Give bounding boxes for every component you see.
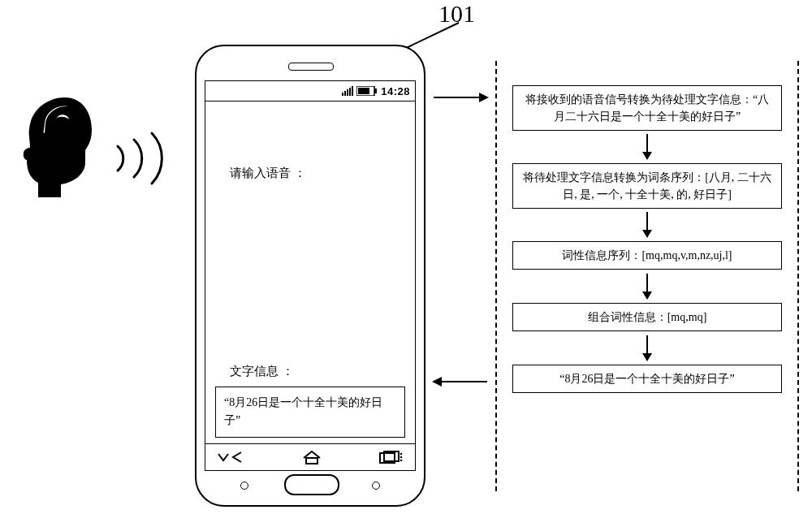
diagram-canvas: 101	[0, 0, 812, 527]
svg-rect-8	[358, 88, 369, 94]
status-clock: 14:28	[381, 85, 410, 97]
text-info-label: 文字信息 ：	[230, 364, 294, 379]
user-head-silhouette	[20, 93, 102, 199]
flow-arrow-2	[639, 212, 655, 238]
phone-dot-left	[240, 482, 248, 490]
flow-step-2-text: 将待处理文字信息转换为词条序列：[八月, 二十六日, 是, 一个, 十全十美, …	[523, 171, 771, 201]
flow-step-4: 组合词性信息：[mq,mq]	[512, 303, 782, 331]
arrow-flow-to-phone	[432, 374, 489, 390]
svg-marker-19	[432, 377, 442, 387]
phone-home-button[interactable]	[284, 474, 339, 495]
flow-arrow-1	[639, 134, 655, 160]
phone-frame: 14:28 请输入语音 ： 文字信息 ： “8月26日是一个十全十美的好日子”	[195, 45, 425, 507]
svg-rect-3	[344, 91, 346, 96]
nav-recent-button[interactable]	[379, 451, 404, 464]
sound-wave-icon	[110, 130, 183, 187]
svg-marker-21	[642, 152, 652, 160]
svg-point-13	[400, 453, 403, 456]
svg-point-0	[61, 117, 66, 123]
flow-step-5: “8月26日是一个十全十美的好日子”	[512, 365, 782, 393]
text-result-content: “8月26日是一个十全十美的好日子”	[224, 396, 382, 426]
flow-chart: 将接收到的语音信号转换为待处理文字信息：“八月二十六日是一个十全十美的好日子” …	[495, 61, 799, 491]
svg-rect-6	[352, 86, 353, 96]
phone-speaker	[288, 63, 334, 71]
text-result-box: “8月26日是一个十全十美的好日子”	[215, 387, 405, 438]
signal-icon	[342, 86, 353, 96]
svg-rect-5	[349, 88, 351, 96]
svg-rect-9	[374, 89, 377, 93]
screen-body: 请输入语音 ： 文字信息 ： “8月26日是一个十全十美的好日子”	[205, 101, 415, 444]
svg-rect-10	[306, 458, 317, 464]
svg-point-15	[400, 460, 403, 462]
svg-marker-23	[642, 230, 652, 238]
flow-arrow-4	[639, 335, 655, 361]
svg-rect-2	[342, 93, 343, 96]
battery-icon	[356, 86, 378, 96]
flow-step-1-text: 将接收到的语音信号转换为待处理文字信息：“八月二十六日是一个十全十美的好日子”	[525, 93, 769, 123]
flow-arrow-3	[639, 274, 655, 300]
phone-screen: 14:28 请输入语音 ： 文字信息 ： “8月26日是一个十全十美的好日子”	[205, 80, 416, 471]
flow-step-3: 词性信息序列：[mq,mq,v,m,nz,uj,l]	[512, 241, 782, 270]
flow-step-3-text: 词性信息序列：[mq,mq,v,m,nz,uj,l]	[562, 249, 732, 261]
status-bar: 14:28	[205, 81, 415, 102]
flow-step-4-text: 组合词性信息：[mq,mq]	[588, 311, 707, 323]
flow-step-1: 将接收到的语音信号转换为待处理文字信息：“八月二十六日是一个十全十美的好日子”	[512, 85, 782, 131]
svg-marker-25	[642, 292, 652, 300]
flow-step-2: 将待处理文字信息转换为词条序列：[八月, 二十六日, 是, 一个, 十全十美, …	[512, 163, 782, 209]
arrow-phone-to-flow	[432, 89, 489, 106]
nav-bar	[205, 443, 415, 470]
nav-home-button[interactable]	[302, 450, 322, 464]
svg-marker-17	[479, 93, 489, 102]
voice-input-prompt: 请输入语音 ：	[230, 166, 306, 181]
svg-point-14	[400, 456, 403, 459]
nav-back-button[interactable]	[217, 451, 244, 464]
phone-dot-right	[372, 482, 380, 490]
svg-rect-4	[347, 89, 348, 96]
flow-step-5-text: “8月26日是一个十全十美的好日子”	[559, 373, 734, 385]
svg-marker-27	[642, 353, 652, 361]
